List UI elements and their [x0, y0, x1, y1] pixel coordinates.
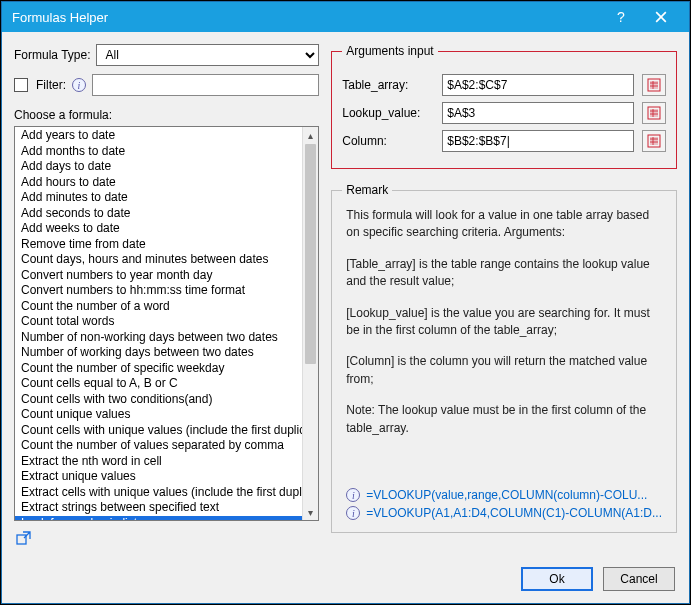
- remark-p2: [Table_array] is the table range contain…: [346, 256, 662, 291]
- list-item[interactable]: Count cells with two conditions(and): [15, 392, 302, 408]
- info-icon: i: [346, 488, 360, 502]
- arguments-legend: Arguments input: [342, 44, 437, 58]
- lookup-value-input[interactable]: [442, 102, 634, 124]
- column-ref-button[interactable]: [642, 130, 666, 152]
- list-item[interactable]: Convert numbers to year month day: [15, 268, 302, 284]
- svg-rect-4: [650, 109, 658, 117]
- list-item[interactable]: Extract the nth word in cell: [15, 454, 302, 470]
- info-icon[interactable]: i: [72, 78, 86, 92]
- svg-rect-2: [650, 81, 658, 89]
- list-item[interactable]: Count total words: [15, 314, 302, 330]
- svg-rect-0: [17, 535, 26, 544]
- column-input[interactable]: [442, 130, 634, 152]
- titlebar[interactable]: Formulas Helper ?: [2, 2, 689, 32]
- list-item[interactable]: Count the number of values separated by …: [15, 438, 302, 454]
- table-array-input[interactable]: [442, 74, 634, 96]
- list-item[interactable]: Count days, hours and minutes between da…: [15, 252, 302, 268]
- list-item[interactable]: Count the number of specific weekday: [15, 361, 302, 377]
- remark-p5: Note: The lookup value must be in the fi…: [346, 402, 662, 437]
- ok-button[interactable]: Ok: [521, 567, 593, 591]
- scrollbar[interactable]: ▴ ▾: [302, 127, 318, 520]
- cancel-button[interactable]: Cancel: [603, 567, 675, 591]
- filter-label: Filter:: [36, 78, 66, 92]
- formula-example-link[interactable]: =VLOOKUP(value,range,COLUMN(column)-COLU…: [366, 488, 647, 502]
- remark-body: This formula will look for a value in on…: [342, 207, 666, 486]
- list-item[interactable]: Extract strings between specified text: [15, 500, 302, 516]
- formula-type-label: Formula Type:: [14, 48, 90, 62]
- formula-type-select[interactable]: All: [96, 44, 319, 66]
- list-item[interactable]: Count cells equal to A, B or C: [15, 376, 302, 392]
- list-item[interactable]: Add weeks to date: [15, 221, 302, 237]
- column-label: Column:: [342, 134, 434, 148]
- table-array-ref-button[interactable]: [642, 74, 666, 96]
- right-column: Arguments input Table_array: Lookup_valu…: [331, 44, 677, 547]
- scroll-up-icon[interactable]: ▴: [303, 127, 318, 143]
- formula-example-link[interactable]: =VLOOKUP(A1,A1:D4,COLUMN(C1)-COLUMN(A1:D…: [366, 506, 662, 520]
- list-item[interactable]: Convert numbers to hh:mm:ss time format: [15, 283, 302, 299]
- info-icon: i: [346, 506, 360, 520]
- list-item[interactable]: Number of working days between two dates: [15, 345, 302, 361]
- svg-rect-6: [650, 137, 658, 145]
- remark-p1: This formula will look for a value in on…: [346, 207, 662, 242]
- filter-input[interactable]: [92, 74, 319, 96]
- arguments-fieldset: Arguments input Table_array: Lookup_valu…: [331, 44, 677, 169]
- window-title: Formulas Helper: [12, 10, 601, 25]
- list-item[interactable]: Extract cells with unique values (includ…: [15, 485, 302, 501]
- remark-p4: [Column] is the column you will return t…: [346, 353, 662, 388]
- list-item[interactable]: Look for a value in list: [15, 516, 302, 521]
- list-item[interactable]: Add minutes to date: [15, 190, 302, 206]
- close-button[interactable]: [641, 3, 681, 31]
- list-item[interactable]: Extract unique values: [15, 469, 302, 485]
- list-item[interactable]: Add seconds to date: [15, 206, 302, 222]
- list-item[interactable]: Remove time from date: [15, 237, 302, 253]
- dialog-window: Formulas Helper ? Formula Type: All Filt…: [1, 1, 690, 604]
- choose-formula-label: Choose a formula:: [14, 108, 319, 122]
- list-item[interactable]: Add hours to date: [15, 175, 302, 191]
- help-button[interactable]: ?: [601, 3, 641, 31]
- remark-p3: [Lookup_value] is the value you are sear…: [346, 305, 662, 340]
- list-item[interactable]: Add days to date: [15, 159, 302, 175]
- table-array-label: Table_array:: [342, 78, 434, 92]
- filter-checkbox[interactable]: [14, 78, 28, 92]
- formula-listbox[interactable]: Add years to dateAdd months to dateAdd d…: [14, 126, 319, 521]
- list-item[interactable]: Count unique values: [15, 407, 302, 423]
- remark-fieldset: Remark This formula will look for a valu…: [331, 183, 677, 533]
- dialog-body: Formula Type: All Filter: i Choose a for…: [2, 32, 689, 559]
- remark-legend: Remark: [342, 183, 392, 197]
- left-column: Formula Type: All Filter: i Choose a for…: [14, 44, 319, 547]
- list-item[interactable]: Add months to date: [15, 144, 302, 160]
- list-item[interactable]: Add years to date: [15, 128, 302, 144]
- list-item[interactable]: Number of non-working days between two d…: [15, 330, 302, 346]
- scroll-down-icon[interactable]: ▾: [303, 504, 318, 520]
- popout-button[interactable]: [14, 529, 34, 547]
- list-item[interactable]: Count the number of a word: [15, 299, 302, 315]
- lookup-value-ref-button[interactable]: [642, 102, 666, 124]
- list-item[interactable]: Count cells with unique values (include …: [15, 423, 302, 439]
- scroll-thumb[interactable]: [305, 144, 316, 364]
- button-bar: Ok Cancel: [2, 559, 689, 603]
- lookup-value-label: Lookup_value:: [342, 106, 434, 120]
